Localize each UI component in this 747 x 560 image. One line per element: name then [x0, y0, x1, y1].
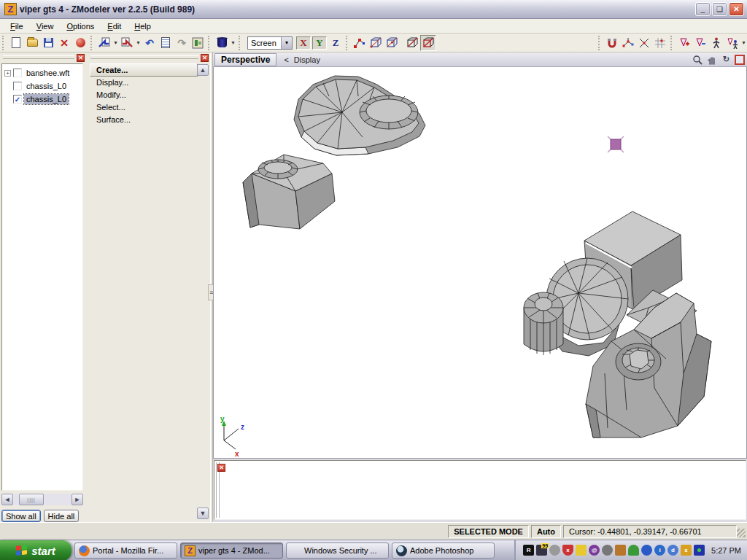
break-vertices-icon[interactable] [636, 35, 652, 51]
scroll-track[interactable]: |||| [13, 494, 71, 505]
zoom-magnifier-icon[interactable] [691, 54, 703, 66]
axis-y-toggle[interactable]: Y [312, 36, 327, 50]
tree-item-banshee[interactable]: + banshee.wft [2, 66, 82, 79]
task-zmodeler[interactable]: Z viper gts 4 - ZMod... [180, 542, 283, 559]
command-display[interactable]: Display... [90, 77, 198, 89]
notes-icon[interactable] [158, 35, 174, 51]
tree-panel-close-icon[interactable]: ✕ [77, 54, 85, 62]
pan-hand-icon[interactable] [705, 54, 718, 66]
registry-r-icon[interactable]: R [523, 545, 534, 556]
command-modify[interactable]: Modify... [90, 89, 198, 101]
scroll-left-icon[interactable]: ◄ [1, 494, 13, 505]
title-bar[interactable]: Z viper gts 4 - ZModeler ver 2.2.5 (Buil… [0, 0, 747, 19]
log-output[interactable]: ✕ [214, 460, 746, 520]
tree-horizontal-scrollbar[interactable]: ◄ |||| ► [1, 494, 83, 505]
menu-options[interactable]: Options [61, 20, 100, 32]
menu-help[interactable]: Help [128, 20, 157, 32]
new-document-icon[interactable] [8, 35, 24, 51]
export-icon[interactable] [119, 35, 135, 51]
scroll-down-icon[interactable]: ▼ [197, 508, 209, 519]
command-panel-close-icon[interactable]: ✕ [201, 54, 209, 62]
maximize-view-icon[interactable] [735, 55, 745, 65]
person-flag-icon[interactable] [724, 35, 740, 51]
texture-browser-icon[interactable] [190, 35, 206, 51]
walk-person-icon[interactable] [708, 35, 724, 51]
task-photoshop[interactable]: Adobe Photoshop [392, 542, 495, 559]
purple-swirl-icon[interactable]: @ [589, 545, 600, 556]
import-dropdown-icon[interactable]: ▾ [112, 39, 119, 46]
blue-orb-icon[interactable] [641, 545, 652, 556]
helper-marker[interactable] [608, 136, 624, 152]
scroll-up-icon[interactable]: ▲ [197, 64, 209, 76]
hide-all-button[interactable]: Hide all [44, 510, 80, 522]
menu-file[interactable]: File [4, 20, 29, 32]
undo-icon[interactable]: ↶ [142, 35, 158, 51]
toolbar-grip[interactable] [90, 36, 94, 50]
messenger-gray-icon[interactable] [549, 545, 560, 556]
minimize-button[interactable]: _ [695, 2, 711, 16]
export-dropdown-icon[interactable]: ▾ [135, 39, 142, 46]
mesh-box-lower[interactable] [243, 155, 335, 229]
panel-grip[interactable] [90, 55, 198, 59]
info-blue-icon[interactable]: i [654, 545, 665, 556]
auto-toggle[interactable]: Auto [531, 525, 561, 538]
toolbar-grip[interactable] [670, 36, 674, 50]
close-button[interactable]: ✕ [729, 2, 744, 16]
axis-space-dropdown[interactable]: Screen ▾ [247, 36, 293, 50]
view-mode-button[interactable]: Perspective [214, 53, 276, 66]
blue-dot-icon[interactable]: d [667, 545, 678, 556]
command-create[interactable]: Create... [90, 63, 198, 77]
pin-up-icon[interactable] [692, 35, 708, 51]
start-button[interactable]: start [0, 540, 71, 560]
save-icon[interactable] [40, 35, 56, 51]
toolbar-grip[interactable] [598, 36, 602, 50]
mesh-sole-upper[interactable] [294, 76, 425, 155]
material-dropdown-icon[interactable]: ▾ [230, 39, 236, 46]
tree-item-chassis-2[interactable]: ✓ chassis_L0 [2, 93, 82, 106]
toolbar-grip[interactable] [208, 36, 212, 50]
menu-edit[interactable]: Edit [101, 20, 127, 32]
menu-view[interactable]: View [31, 20, 60, 32]
expand-plus-icon[interactable]: + [4, 70, 11, 77]
restore-button[interactable]: ❏ [712, 2, 727, 16]
magnet-icon[interactable] [604, 35, 620, 51]
monitor-badge-icon[interactable]: 99 [536, 545, 547, 556]
viewport-canvas[interactable]: y z x [213, 67, 747, 459]
gold-arrow-icon[interactable] [615, 545, 626, 556]
show-all-button[interactable]: Show all [1, 510, 41, 522]
security-shield-red-icon[interactable]: x [562, 545, 573, 556]
breadcrumb-back[interactable]: < [284, 55, 288, 64]
vertex-edge-icon[interactable] [352, 35, 368, 51]
chevron-down-icon[interactable]: ▾ [281, 37, 292, 49]
toolbar-grip[interactable] [346, 36, 349, 50]
panel-grip[interactable] [3, 55, 74, 59]
log-panel-close-icon[interactable]: ✕ [217, 464, 225, 472]
pin-down-icon[interactable] [676, 35, 692, 51]
task-firefox[interactable]: Portal - Mozilla Fir... [74, 542, 177, 559]
import-icon[interactable] [96, 35, 112, 51]
visibility-checkbox[interactable] [13, 69, 22, 77]
redo-icon[interactable]: ↷ [174, 35, 190, 51]
material-bucket-icon[interactable] [214, 35, 230, 51]
lightning-gold-icon[interactable]: s [681, 545, 692, 556]
toolbar-grip[interactable] [2, 36, 6, 50]
open-folder-icon[interactable] [24, 35, 40, 51]
scroll-right-icon[interactable]: ► [71, 494, 83, 505]
command-surface[interactable]: Surface... [90, 114, 198, 126]
axis-x-toggle[interactable]: X [296, 36, 311, 50]
resize-grip[interactable] [737, 529, 746, 537]
cube-bound-active-icon[interactable] [420, 35, 436, 51]
axis-z-toggle[interactable]: Z [328, 36, 343, 50]
speaker-blue-icon[interactable] [694, 545, 705, 556]
green-ribbon-icon[interactable] [628, 545, 639, 556]
cube-pivot-icon[interactable] [384, 35, 400, 51]
rotate-orbit-icon[interactable]: ↻ [720, 54, 732, 66]
visibility-checkbox[interactable] [13, 82, 22, 90]
yellow-square-icon[interactable] [576, 545, 587, 556]
gray-disc-icon[interactable] [602, 545, 613, 556]
render-sphere-icon[interactable] [72, 35, 88, 51]
breadcrumb[interactable]: Display [294, 55, 320, 64]
task-windows-security[interactable]: Windows Security ... [286, 542, 389, 559]
tree-item-chassis-1[interactable]: chassis_L0 [2, 79, 82, 93]
cube-local-icon[interactable] [368, 35, 384, 51]
